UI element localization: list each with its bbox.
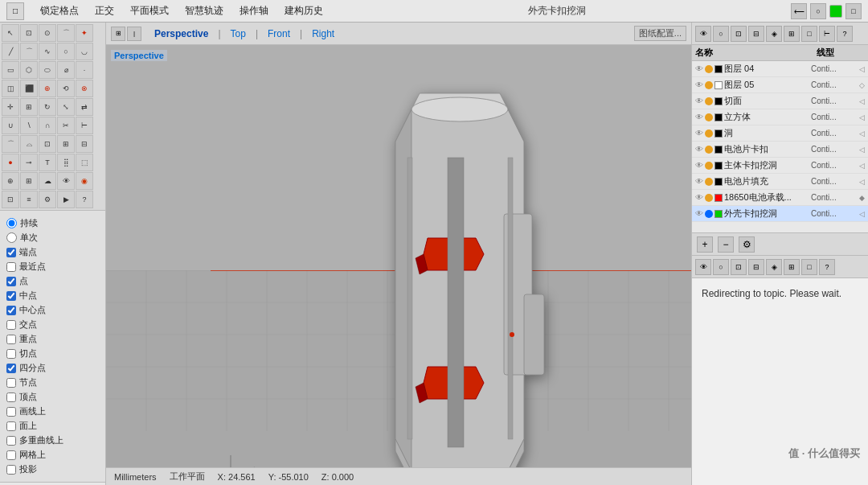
snap-oncurve[interactable]: 画线上 [6, 405, 99, 417]
snap-vertex2[interactable]: 顶点 [6, 391, 99, 403]
layer-row[interactable]: 👁图层 04Conti...◁ [692, 61, 868, 77]
snap-point-check[interactable] [6, 277, 16, 286]
menu-ortho[interactable]: 正交 [95, 4, 114, 18]
ellipse-tool[interactable]: ⬭ [39, 61, 56, 79]
script-tool[interactable]: ▶ [57, 191, 75, 208]
layer-eye-icon[interactable]: 👁 [695, 113, 703, 121]
snap-onsurface[interactable]: 面上 [6, 420, 99, 432]
layer-row[interactable]: 👁电池片卡扣Conti...◁ [692, 142, 868, 158]
snap-tangent[interactable]: 切点 [6, 347, 99, 360]
snap-point[interactable]: 点 [6, 275, 99, 287]
layer-row[interactable]: 👁主体卡扣挖洞Conti...◁ [692, 158, 868, 174]
tab-perspective[interactable]: Perspective [151, 27, 211, 41]
layer-row[interactable]: 👁18650电池承载...Conti...◆ [692, 190, 868, 206]
pan-tool[interactable]: ☁ [39, 172, 56, 190]
layer-row[interactable]: 👁立方体Conti...◁ [692, 109, 868, 125]
snap-vertex[interactable]: 重点 [6, 333, 99, 345]
select-face-tool[interactable]: ✦ [76, 24, 93, 42]
array-tool[interactable]: ⊞ [57, 135, 75, 153]
rotate-tool[interactable]: ↻ [39, 98, 56, 116]
right-icon-split[interactable]: ⊢ [819, 26, 835, 42]
command-line[interactable]: Command: _ExportAll [0, 482, 105, 485]
window-icon[interactable]: □ [6, 2, 24, 20]
snap-onpolycurve-check[interactable] [6, 436, 16, 446]
group-tool[interactable]: ⊟ [76, 135, 93, 153]
line-tool[interactable]: ╱ [2, 43, 19, 60]
snap-knot[interactable]: 节点 [6, 376, 99, 388]
menu-smarttrack[interactable]: 智慧轨迹 [185, 4, 223, 18]
right-b-icon-camera2[interactable]: ⊟ [748, 259, 764, 275]
snap-quadrant-check[interactable] [6, 364, 16, 373]
move-tool[interactable]: ✛ [2, 98, 19, 116]
snap-intersect-check[interactable] [6, 320, 16, 330]
polygon-tool[interactable]: ⬡ [20, 61, 38, 79]
right-b-icon-window[interactable]: □ [801, 259, 817, 275]
right-b-icon-camera[interactable]: ⊡ [731, 259, 747, 275]
right-b-icon-eye[interactable]: 👁 [695, 259, 711, 275]
right-icon-circle[interactable]: ○ [713, 26, 729, 42]
snap-project-check[interactable] [6, 465, 16, 475]
picture-tool[interactable]: ⬚ [76, 154, 93, 171]
layer-eye-icon[interactable]: 👁 [695, 209, 703, 218]
layer-eye-icon[interactable]: 👁 [695, 145, 703, 154]
trim-tool[interactable]: ✂ [57, 117, 75, 134]
text-tool[interactable]: T [39, 154, 56, 171]
right-b-icon-view[interactable]: ◈ [766, 259, 782, 275]
snap-once[interactable]: 单次 [6, 232, 99, 244]
extrude-tool[interactable]: ⬛ [20, 80, 38, 97]
snap-project[interactable]: 投影 [6, 463, 99, 475]
menu-planar[interactable]: 平面模式 [130, 4, 169, 18]
snap-onmesh-check[interactable] [6, 450, 16, 460]
point-tool[interactable]: · [76, 61, 93, 79]
shade-tool[interactable]: ◉ [76, 172, 93, 190]
layer-row[interactable]: 👁图层 05Conti...◇ [692, 77, 868, 93]
layer-row[interactable]: 👁电池片填充Conti...◁ [692, 174, 868, 190]
sweep-tool[interactable]: ⟲ [57, 80, 75, 97]
menu-lockgrid[interactable]: 锁定格点 [40, 4, 79, 18]
snap-continuous-radio[interactable] [6, 218, 17, 228]
layer-eye-icon[interactable]: 👁 [695, 97, 703, 105]
chamfer-tool[interactable]: ⌓ [20, 135, 38, 153]
snap-endpoint-check[interactable] [6, 248, 16, 257]
boolean-diff-tool[interactable]: ∖ [20, 117, 38, 134]
layer-eye-icon[interactable]: 👁 [695, 161, 703, 170]
menu-gumball[interactable]: 操作轴 [240, 4, 268, 18]
layer-eye-icon[interactable]: 👁 [695, 177, 703, 186]
snap-quadrant[interactable]: 四分点 [6, 362, 99, 374]
boolean-union-tool[interactable]: ∪ [2, 117, 19, 134]
right-icon-window[interactable]: □ [801, 26, 817, 42]
freeform-tool[interactable]: ∿ [39, 43, 56, 60]
remove-layer-btn[interactable]: − [718, 236, 734, 253]
arc-tool[interactable]: ◡ [76, 43, 93, 60]
zoom-window-tool[interactable]: ⊞ [20, 172, 38, 190]
snap-vertex-check[interactable] [6, 335, 16, 344]
layer-eye-icon[interactable]: 👁 [695, 193, 703, 202]
select-tool[interactable]: ↖ [2, 24, 19, 42]
snap-midpoint-check[interactable] [6, 291, 16, 301]
right-icon-help[interactable]: ? [837, 26, 853, 42]
snap-knot-check[interactable] [6, 378, 16, 388]
tab-front[interactable]: Front [264, 27, 293, 41]
layer-row[interactable]: 👁切面Conti...◁ [692, 93, 868, 109]
loft-tool[interactable]: ⊗ [76, 80, 93, 97]
help-tool[interactable]: ? [76, 191, 93, 208]
viewport-config-btn[interactable]: 图纸配置... [634, 26, 686, 41]
fillet-tool[interactable]: ⌒ [2, 135, 19, 153]
render-tool[interactable]: ● [2, 154, 19, 171]
vp-icon-crosshair[interactable]: ⊞ [111, 27, 125, 41]
nav-circle-icon[interactable]: ○ [810, 3, 826, 19]
layer-settings-btn[interactable]: ⚙ [739, 236, 755, 253]
snap-intersect[interactable]: 交点 [6, 319, 99, 331]
layer-row[interactable]: 👁洞Conti...◁ [692, 125, 868, 142]
lasso-tool[interactable]: ⊙ [39, 24, 56, 42]
snap-onmesh[interactable]: 网格上 [6, 449, 99, 461]
zoom-tool[interactable]: ⊕ [2, 172, 19, 190]
layer-eye-icon[interactable]: 👁 [695, 80, 703, 89]
right-b-icon-help[interactable]: ? [819, 259, 835, 275]
snap-nearpoint[interactable]: 最近点 [6, 261, 99, 273]
viewport-canvas[interactable]: Perspective [106, 45, 691, 467]
offset-tool[interactable]: ⊡ [39, 135, 56, 153]
helix-tool[interactable]: ⌀ [57, 61, 75, 79]
revolve-tool[interactable]: ⊕ [39, 80, 56, 97]
right-icon-view[interactable]: ◈ [766, 26, 782, 42]
